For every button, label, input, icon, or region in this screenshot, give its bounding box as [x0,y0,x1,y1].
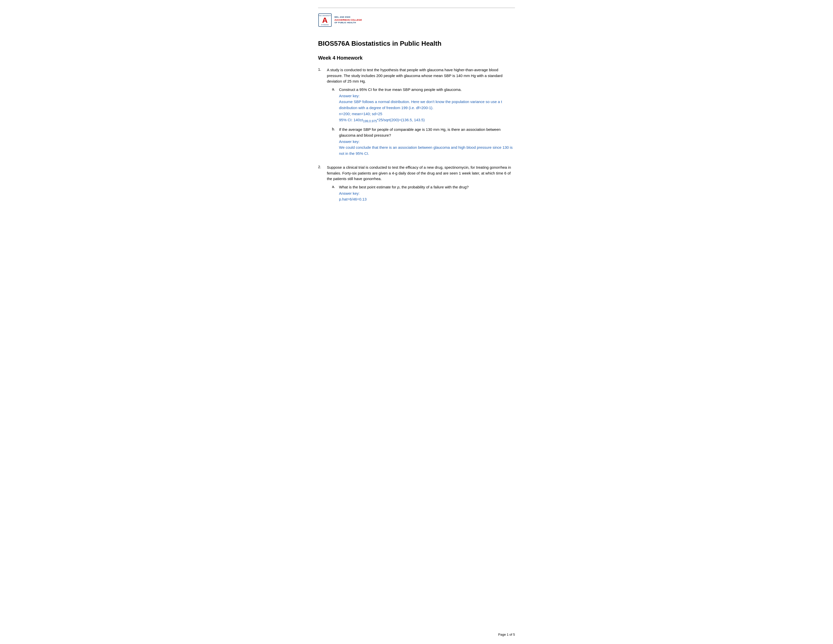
question-1b-answer-line1: We could conclude that there is an assoc… [339,145,515,156]
question-2-content: Suppose a clinical trial is conducted to… [327,165,515,205]
top-border [318,8,515,8]
logo-line1: MEL AND ENID [334,16,362,18]
logo-line2: ZUCKERMAN COLLEGE [334,19,362,22]
page-title: BIOS576A Biostatistics in Public Health [318,40,515,47]
question-1a-content: Construct a 95% CI for the true mean SBP… [339,87,515,124]
section-title: Week 4 Homework [318,55,515,61]
svg-text:A: A [322,16,328,24]
question-1b: b. If the average SBP for people of comp… [332,127,515,156]
question-1a: a. Construct a 95% CI for the true mean … [332,87,515,124]
logo-container: A THE UNIVERSITY OF ARIZONA MEL AND ENID… [318,13,362,27]
question-2a: a. What is the best point estimate for p… [332,184,515,203]
svg-text:THE UNIVERSITY: THE UNIVERSITY [318,15,331,16]
question-1-number: 1. [318,67,324,159]
logo-line3: OF PUBLIC HEALTH [334,21,362,24]
question-1-content: A study is conducted to test the hypothe… [327,67,515,159]
question-2-sublist: a. What is the best point estimate for p… [327,184,515,203]
question-1b-answer-label: Answer key: [339,139,515,144]
question-1b-letter: b. [332,127,337,156]
question-2: 2. Suppose a clinical trial is conducted… [318,165,515,205]
question-1b-content: If the average SBP for people of compara… [339,127,515,156]
question-1a-answer-label: Answer key: [339,94,515,98]
question-2a-content: What is the best point estimate for p, t… [339,184,515,203]
page-header: A THE UNIVERSITY OF ARIZONA MEL AND ENID… [318,13,515,29]
question-2a-text: What is the best point estimate for p, t… [339,184,515,190]
page-container: A THE UNIVERSITY OF ARIZONA MEL AND ENID… [303,0,530,644]
question-1-sublist: a. Construct a 95% CI for the true mean … [327,87,515,157]
question-2a-answer-label: Answer key: [339,191,515,195]
logo-text: MEL AND ENID ZUCKERMAN COLLEGE OF PUBLIC… [334,16,362,24]
question-2a-answer-line1: p.hat=6/46=0.13 [339,196,515,202]
question-1a-letter: a. [332,87,337,124]
page-info: Page 1 of 5 [498,633,515,636]
question-2a-letter: a. [332,184,337,203]
ua-logo-icon: A THE UNIVERSITY OF ARIZONA [318,13,332,27]
question-1b-text: If the average SBP for people of compara… [339,127,515,138]
page-footer: Page 1 of 5 [498,633,515,636]
question-1a-text: Construct a 95% CI for the true mean SBP… [339,87,515,93]
question-1a-answer-line1: Assume SBP follows a normal distribution… [339,99,515,111]
question-2-number: 2. [318,165,324,205]
questions-list: 1. A study is conducted to test the hypo… [318,67,515,205]
question-1: 1. A study is conducted to test the hypo… [318,67,515,159]
question-1a-answer-line3: 95% CI: 140±t199,0.975*25/sqrt(200)=(136… [339,117,515,124]
question-1-text: A study is conducted to test the hypothe… [327,67,515,84]
question-2-text: Suppose a clinical trial is conducted to… [327,165,515,182]
question-1a-answer-line2: n=200; mean=140; sd=25 [339,111,515,117]
svg-text:OF ARIZONA: OF ARIZONA [321,24,329,26]
